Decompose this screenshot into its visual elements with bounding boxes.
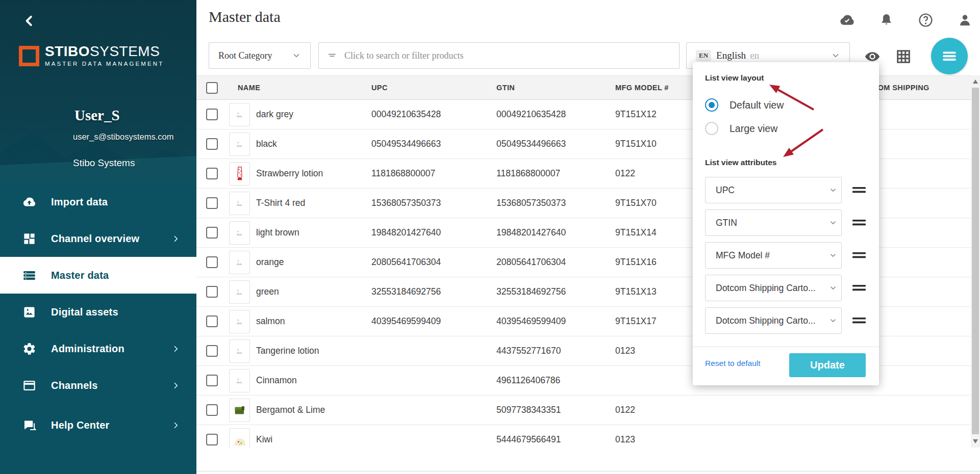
row-checkbox[interactable]: [206, 197, 218, 209]
sidebar-menu: Import dataChannel overviewMaster dataDi…: [0, 183, 196, 474]
root-category-label: Root Category: [218, 50, 272, 61]
chevron-down-icon: [829, 251, 837, 259]
sidebar-item-label: Digital assets: [51, 306, 118, 318]
logo-subtitle: MASTER DATA MANAGEMENT: [45, 61, 164, 67]
sidebar-item-channels[interactable]: Channels: [0, 367, 196, 404]
radio-large-view[interactable]: Large view: [705, 122, 777, 135]
cell-upc: 15368057350373: [371, 189, 441, 218]
scroll-down-arrow-icon[interactable]: [973, 439, 978, 443]
attribute-select-upc[interactable]: UPC: [705, 177, 842, 203]
attribute-select-label: UPC: [716, 185, 735, 196]
sidebar-item-label: Master data: [51, 270, 109, 281]
radio-selected-icon[interactable]: [705, 98, 718, 112]
attribute-select-dotcom-shipping-carto[interactable]: Dotcom Shipping Carto...: [705, 307, 842, 334]
vertical-scrollbar[interactable]: [971, 75, 980, 447]
cell-name: Cinnamon: [256, 366, 297, 395]
sidebar-item-label: Import data: [51, 196, 108, 208]
update-button[interactable]: Update: [789, 353, 866, 377]
search-input[interactable]: [344, 50, 671, 61]
sidebar-item-import-data[interactable]: Import data: [0, 183, 196, 220]
row-checkbox[interactable]: [206, 375, 218, 386]
attribute-select-gtin[interactable]: GTIN: [705, 209, 842, 236]
user-organization: Stibo Systems: [73, 157, 135, 169]
attribute-select-dotcom-shipping-carto[interactable]: Dotcom Shipping Carto...: [705, 275, 842, 301]
chevron-down-icon: [829, 219, 837, 227]
product-thumbnail: [229, 339, 250, 363]
app-window: STIBOSYSTEMS MASTER DATA MANAGEMENT User…: [0, 0, 980, 474]
row-checkbox[interactable]: [206, 138, 218, 150]
cell-name: Strawberry lotion: [256, 159, 323, 188]
sidebar-item-digital-assets[interactable]: Digital assets: [0, 294, 196, 330]
grid-view-icon[interactable]: [895, 48, 912, 65]
cell-gtin: 15368057350373: [496, 189, 566, 218]
attribute-row: UPC: [705, 177, 866, 203]
language-badge: EN: [696, 50, 711, 61]
sidebar-item-master-data[interactable]: Master data: [0, 257, 196, 294]
row-checkbox[interactable]: [206, 315, 218, 327]
row-checkbox[interactable]: [206, 434, 218, 445]
cell-upc: 19848201427640: [371, 218, 441, 247]
list-view-layout-title: List view layout: [705, 73, 764, 83]
sidebar-item-label: Channels: [51, 380, 98, 391]
radio-label: Large view: [730, 123, 777, 135]
notifications-icon[interactable]: [878, 12, 894, 28]
product-thumbnail: [229, 399, 250, 422]
product-thumbnail: [229, 369, 250, 392]
cell-name: Bergamot & Lime: [256, 396, 325, 425]
scrollbar-thumb[interactable]: [972, 88, 979, 434]
row-checkbox[interactable]: [206, 404, 218, 416]
sidebar-item-administration[interactable]: Administration: [0, 330, 196, 367]
reset-to-default-link[interactable]: Reset to default: [705, 359, 761, 368]
column-header-name[interactable]: NAME: [238, 76, 260, 99]
page-title: Master data: [209, 8, 281, 25]
image-icon: [22, 305, 36, 319]
drag-handle-icon[interactable]: [852, 218, 866, 227]
table-row[interactable]: Kiwi54446795664910123: [196, 425, 971, 447]
row-checkbox[interactable]: [206, 109, 218, 120]
help-icon[interactable]: [918, 12, 934, 28]
cell-gtin: 40395469599409: [496, 307, 566, 336]
drag-handle-icon[interactable]: [852, 283, 866, 293]
cloud-sync-icon[interactable]: [839, 12, 855, 28]
row-checkbox[interactable]: [206, 227, 218, 239]
cell-upc: 20805641706304: [371, 248, 441, 277]
row-checkbox[interactable]: [206, 345, 218, 357]
scroll-up-arrow-icon[interactable]: [973, 80, 978, 84]
table-row[interactable]: Bergamot & Lime50977383433510122: [196, 396, 971, 425]
root-category-dropdown[interactable]: Root Category: [209, 42, 311, 69]
sidebar-item-channel-overview[interactable]: Channel overview: [0, 220, 196, 257]
cell-name: Tangerine lotion: [256, 336, 319, 365]
account-icon[interactable]: [957, 12, 973, 28]
cell-mfg-model: 9T151X13: [615, 277, 657, 306]
drag-handle-icon[interactable]: [852, 186, 866, 195]
cell-gtin: 20805641706304: [496, 248, 566, 277]
row-checkbox[interactable]: [206, 168, 218, 179]
chevron-down-icon: [829, 317, 837, 325]
sidebar-item-help-center[interactable]: Help Center: [0, 407, 196, 443]
menu-fab-button[interactable]: [931, 38, 968, 74]
attribute-select-mfg-model[interactable]: MFG Model #: [705, 242, 842, 269]
radio-unselected-icon[interactable]: [705, 122, 718, 135]
list-icon: [22, 269, 36, 282]
cell-upc: 00049210635428: [371, 100, 441, 129]
column-header-gtin[interactable]: GTIN: [496, 76, 515, 99]
cell-gtin: 19848201427640: [496, 218, 566, 247]
cell-name: light brown: [256, 218, 299, 247]
select-all-checkbox[interactable]: [206, 82, 218, 94]
cell-name: black: [256, 129, 277, 159]
product-thumbnail: [229, 310, 250, 333]
cell-name: salmon: [256, 307, 285, 336]
cell-mfg-model: 9T151X70: [615, 189, 657, 218]
cell-name: Kiwi: [256, 425, 272, 447]
cell-gtin: 00049210635428: [496, 100, 566, 129]
popup-footer-divider: [693, 347, 879, 347]
column-header-upc[interactable]: UPC: [371, 76, 388, 99]
row-checkbox[interactable]: [206, 286, 218, 298]
language-code: en: [750, 50, 759, 61]
row-checkbox[interactable]: [206, 256, 218, 268]
column-header-mfg-model[interactable]: MFG MODEL #: [615, 76, 669, 99]
drag-handle-icon[interactable]: [852, 316, 866, 325]
collapse-sidebar-button[interactable]: [21, 13, 37, 29]
cell-upc: 05049534496663: [371, 129, 441, 159]
drag-handle-icon[interactable]: [852, 251, 866, 260]
